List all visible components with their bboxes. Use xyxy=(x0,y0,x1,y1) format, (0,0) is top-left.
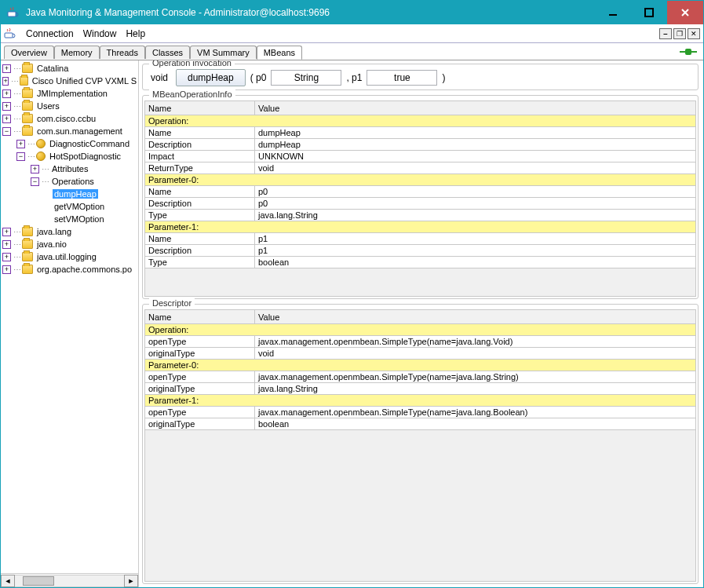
cell: Name xyxy=(145,233,255,245)
cell: UNKNOWN xyxy=(255,151,696,163)
tree-node[interactable]: DiagnosticCommand xyxy=(48,139,131,148)
col-name[interactable]: Name xyxy=(145,101,255,115)
svg-rect-2 xyxy=(645,9,653,16)
mbean-icon xyxy=(36,139,46,148)
tab-classes[interactable]: Classes xyxy=(145,46,190,59)
cell: Description xyxy=(145,198,255,210)
mdi-close-button[interactable]: ✕ xyxy=(688,28,700,39)
scroll-track[interactable] xyxy=(15,575,124,587)
table-empty-area xyxy=(144,430,696,582)
tab-mbeans[interactable]: MBeans xyxy=(257,46,302,60)
col-value[interactable]: Value xyxy=(255,310,696,324)
expand-icon[interactable] xyxy=(2,64,11,73)
expand-icon[interactable] xyxy=(2,228,11,236)
section-header: Parameter-0: xyxy=(145,174,696,186)
param-p0-input[interactable] xyxy=(271,70,341,86)
invoke-dumpheap-button[interactable]: dumpHeap xyxy=(176,69,246,86)
table-empty-area xyxy=(144,268,696,297)
expand-icon[interactable] xyxy=(2,77,9,86)
tree-node[interactable]: getVMOption xyxy=(53,202,106,211)
cell: originalType xyxy=(145,348,255,360)
minimize-button[interactable] xyxy=(595,1,631,24)
tree-node[interactable]: com.sun.management xyxy=(35,126,124,136)
col-value[interactable]: Value xyxy=(255,101,696,115)
scroll-thumb[interactable] xyxy=(23,576,54,586)
section-header: Operation: xyxy=(145,115,696,127)
folder-icon xyxy=(22,227,33,236)
expand-icon[interactable] xyxy=(2,102,11,111)
mbean-detail-pane: Operation invocation void dumpHeap ( p0 … xyxy=(139,60,703,587)
mdi-minimize-button[interactable]: ‒ xyxy=(659,28,672,39)
group-legend: MBeanOperationInfo xyxy=(149,89,235,99)
cell: openType xyxy=(145,336,255,348)
scroll-left-button[interactable]: ◄ xyxy=(1,575,15,587)
cell: dumpHeap xyxy=(255,139,696,151)
cell: void xyxy=(255,348,696,360)
tree-node[interactable]: HotSpotDiagnostic xyxy=(48,152,122,161)
mdi-restore-button[interactable]: ❐ xyxy=(673,28,686,39)
col-name[interactable]: Name xyxy=(145,310,255,324)
tree-node[interactable]: Cisco Unified CVP VXML S xyxy=(31,76,138,86)
collapse-icon[interactable] xyxy=(2,127,11,136)
svg-rect-3 xyxy=(5,33,13,38)
close-button[interactable] xyxy=(667,1,703,24)
maximize-button[interactable] xyxy=(631,1,667,24)
tree-node[interactable]: org.apache.commons.po xyxy=(35,265,133,274)
tree-node[interactable]: java.lang xyxy=(35,227,73,236)
tree-node[interactable]: JMImplementation xyxy=(35,89,109,98)
folder-icon xyxy=(22,265,33,274)
tree-node[interactable]: java.nio xyxy=(35,239,68,249)
cell: openType xyxy=(145,407,255,418)
tree-node-dumpheap[interactable]: dumpHeap xyxy=(53,189,98,199)
expand-icon[interactable] xyxy=(31,165,39,173)
tab-memory[interactable]: Memory xyxy=(54,46,100,59)
cell: boolean xyxy=(255,418,696,430)
scroll-right-button[interactable]: ► xyxy=(124,575,138,587)
tree-node[interactable]: setVMOption xyxy=(53,214,106,224)
tree-node[interactable]: Attributes xyxy=(50,164,89,173)
expand-icon[interactable] xyxy=(2,115,11,123)
expand-icon[interactable] xyxy=(2,240,11,249)
cell: Description xyxy=(145,245,255,257)
cell: originalType xyxy=(145,418,255,430)
menu-help[interactable]: Help xyxy=(121,27,150,41)
tab-threads[interactable]: Threads xyxy=(100,46,145,59)
section-header: Operation: xyxy=(145,324,696,336)
tab-overview[interactable]: Overview xyxy=(4,46,54,59)
section-header: Parameter-1: xyxy=(145,221,696,233)
cell: p0 xyxy=(255,186,696,198)
tab-vmsummary[interactable]: VM Summary xyxy=(190,46,257,59)
menu-bar: Connection Window Help ‒ ❐ ✕ xyxy=(1,24,703,43)
svg-rect-0 xyxy=(8,12,16,16)
expand-icon[interactable] xyxy=(2,253,11,261)
tree-node[interactable]: java.util.logging xyxy=(35,252,98,261)
expand-icon[interactable] xyxy=(2,89,11,98)
descriptor-table: NameValue Operation: openTypejavax.manag… xyxy=(144,309,696,430)
app-window: Java Monitoring & Management Console - A… xyxy=(0,0,704,588)
expand-icon[interactable] xyxy=(16,140,25,148)
collapse-icon[interactable] xyxy=(16,152,25,161)
connection-status-icon xyxy=(680,47,697,57)
expand-icon[interactable] xyxy=(2,265,11,274)
mbean-operation-info-group: MBeanOperationInfo NameValue Operation: … xyxy=(142,95,699,299)
tab-bar: Overview Memory Threads Classes VM Summa… xyxy=(1,43,703,60)
param-p1-input[interactable] xyxy=(367,70,437,86)
mbean-tree[interactable]: ⋯Catalina ⋯Cisco Unified CVP VXML S ⋯JMI… xyxy=(1,60,138,573)
tree-node[interactable]: Catalina xyxy=(35,64,70,73)
cell: Impact xyxy=(145,151,255,163)
operation-invocation-group: Operation invocation void dumpHeap ( p0 … xyxy=(142,64,699,90)
tree-node[interactable]: com.cisco.ccbu xyxy=(35,114,97,123)
title-bar[interactable]: Java Monitoring & Management Console - A… xyxy=(1,1,703,24)
menu-connection[interactable]: Connection xyxy=(21,27,78,41)
cell: p0 xyxy=(255,198,696,210)
tree-node[interactable]: Operations xyxy=(50,177,96,186)
collapse-icon[interactable] xyxy=(31,177,39,186)
folder-icon xyxy=(22,101,33,111)
cell: java.lang.String xyxy=(255,210,696,221)
menu-window[interactable]: Window xyxy=(78,27,122,41)
cell: Name xyxy=(145,127,255,139)
folder-icon xyxy=(22,64,33,73)
tree-horizontal-scrollbar[interactable]: ◄ ► xyxy=(1,573,138,587)
tree-node[interactable]: Users xyxy=(35,101,61,111)
window-title: Java Monitoring & Management Console - A… xyxy=(26,7,330,18)
